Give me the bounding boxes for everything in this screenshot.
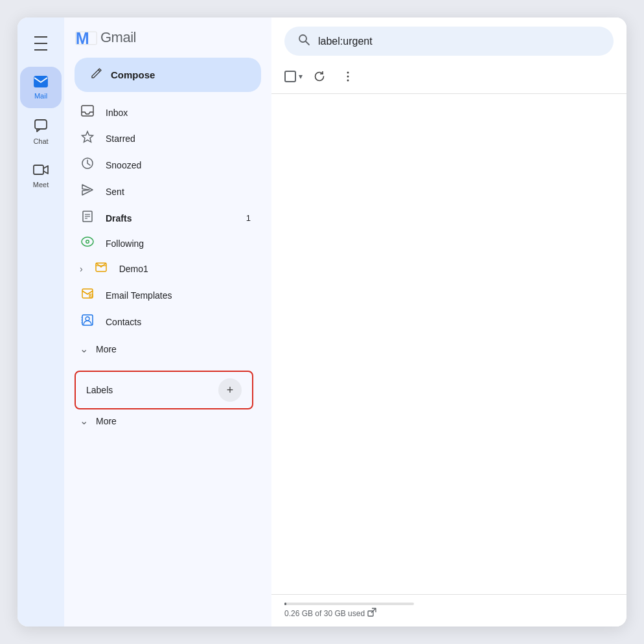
labels-section-wrapper: Labels +	[64, 360, 271, 409]
email-list	[271, 94, 627, 594]
sidebar-item-snoozed-label: Snoozed	[106, 160, 251, 170]
external-link-icon[interactable]	[367, 608, 376, 619]
svg-line-26	[306, 41, 309, 45]
labels-more-chevron-icon: ⌄	[80, 415, 88, 427]
sidebar-more-label: More	[96, 344, 117, 354]
svg-point-27	[347, 72, 349, 74]
sidebar-item-inbox[interactable]: Inbox	[64, 100, 261, 125]
gmail-m-logo: M	[75, 28, 98, 47]
email-templates-icon	[80, 287, 95, 303]
sidebar-header: M Gmail	[64, 28, 271, 58]
svg-text:M: M	[76, 29, 89, 47]
svg-point-25	[299, 35, 306, 42]
star-icon	[80, 130, 95, 146]
eye-following-icon	[80, 236, 95, 250]
sidebar-item-contacts-label: Contacts	[106, 317, 251, 327]
sidebar-item-email-templates[interactable]: Email Templates	[64, 282, 261, 308]
nav-item-mail-label: Mail	[34, 92, 47, 100]
sidebar-item-inbox-label: Inbox	[106, 108, 251, 118]
labels-add-button[interactable]: +	[218, 378, 242, 402]
storage-bar-container	[284, 603, 414, 605]
svg-line-5	[98, 70, 100, 72]
svg-point-28	[347, 76, 349, 78]
hamburger-menu-button[interactable]	[25, 28, 56, 59]
labels-more-label: More	[96, 416, 117, 426]
search-icon	[297, 33, 310, 49]
clock-icon	[80, 157, 95, 173]
sidebar-item-demo1-label: Demo1	[119, 264, 251, 274]
nav-item-meet-label: Meet	[33, 181, 49, 189]
contacts-icon	[80, 314, 95, 330]
gmail-logo-area: M Gmail	[75, 28, 136, 47]
compose-label: Compose	[111, 69, 155, 80]
select-all-checkbox[interactable]	[284, 71, 296, 82]
sidebar-item-sent-label: Sent	[106, 187, 251, 197]
svg-rect-1	[35, 120, 47, 129]
more-options-icon	[347, 71, 349, 82]
svg-marker-7	[82, 132, 93, 142]
sidebar-item-drafts[interactable]: Drafts 1	[64, 205, 261, 231]
nav-rail: Mail Chat Meet	[17, 17, 64, 627]
nav-item-meet[interactable]: Meet	[20, 155, 62, 196]
sidebar-item-drafts-count: 1	[246, 213, 251, 223]
more-chevron-icon: ⌄	[80, 343, 88, 355]
sidebar-item-contacts[interactable]: Contacts	[64, 308, 261, 335]
sidebar-nav-list: Inbox Starred Snoozed Sent	[64, 97, 271, 338]
sidebar-item-following[interactable]: Following	[64, 231, 261, 255]
labels-section: Labels +	[75, 371, 253, 409]
nav-item-chat[interactable]: Chat	[20, 111, 62, 152]
svg-rect-18	[82, 289, 93, 298]
sidebar-item-starred-label: Starred	[106, 133, 251, 144]
select-all-checkbox-area[interactable]: ▾	[284, 71, 303, 82]
search-query-text: label:urgent	[318, 36, 601, 47]
search-bar-row: label:urgent	[271, 17, 627, 62]
sent-icon	[80, 183, 95, 200]
sidebar-item-snoozed[interactable]: Snoozed	[64, 152, 261, 178]
sidebar-item-drafts-label: Drafts	[106, 213, 236, 224]
svg-point-21	[86, 317, 89, 321]
drafts-icon	[80, 210, 95, 226]
labels-more-button[interactable]: ⌄ More	[64, 409, 271, 432]
toolbar-row: ▾	[271, 62, 627, 94]
refresh-icon	[314, 71, 325, 82]
select-dropdown-arrow-icon[interactable]: ▾	[299, 72, 303, 81]
more-options-button[interactable]	[336, 65, 360, 88]
storage-label: 0.26 GB of 30 GB used	[284, 609, 365, 618]
main-content: label:urgent ▾ 0.2	[271, 17, 627, 627]
labels-title: Labels	[86, 385, 113, 395]
sidebar-item-sent[interactable]: Sent	[64, 178, 261, 205]
sidebar-item-following-label: Following	[106, 238, 251, 249]
sidebar-item-email-templates-label: Email Templates	[106, 290, 251, 301]
nav-item-mail[interactable]: Mail	[20, 67, 62, 108]
sidebar-more-button[interactable]: ⌄ More	[64, 338, 271, 360]
footer-row: 0.26 GB of 30 GB used	[271, 594, 627, 627]
svg-marker-9	[82, 185, 93, 195]
storage-bar-fill	[284, 603, 286, 605]
storage-text: 0.26 GB of 30 GB used	[284, 608, 414, 619]
compose-button[interactable]: Compose	[75, 58, 261, 92]
sidebar-item-demo1[interactable]: › Demo1	[64, 255, 261, 282]
search-bar[interactable]: label:urgent	[284, 27, 614, 56]
chat-icon	[34, 119, 48, 135]
sidebar-item-starred[interactable]: Starred	[64, 125, 261, 152]
svg-rect-2	[34, 165, 43, 174]
sidebar: M Gmail Compose Inbox	[64, 17, 271, 627]
svg-point-29	[347, 80, 349, 82]
svg-point-16	[87, 241, 89, 243]
mail-icon	[34, 76, 48, 89]
compose-icon	[90, 67, 103, 83]
inbox-icon	[80, 105, 95, 120]
demo1-chevron-icon: ›	[80, 264, 83, 274]
demo1-icon	[93, 260, 109, 277]
nav-item-chat-label: Chat	[33, 137, 48, 145]
refresh-button[interactable]	[308, 65, 331, 88]
meet-icon	[33, 163, 49, 178]
gmail-wordmark: Gmail	[100, 29, 136, 46]
